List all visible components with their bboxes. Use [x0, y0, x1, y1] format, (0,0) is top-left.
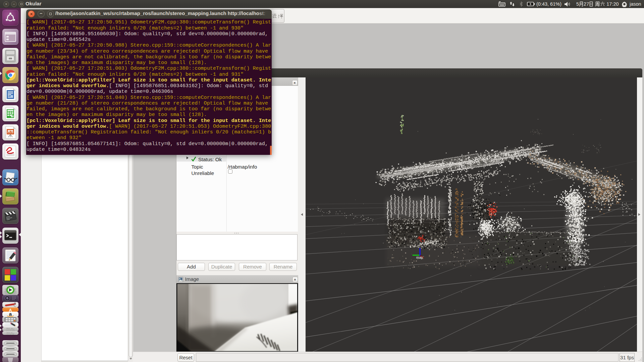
- svg-text:a: a: [9, 312, 12, 317]
- svg-text:RViz: RViz: [6, 332, 14, 335]
- svg-text:A: A: [9, 308, 12, 312]
- svg-text:map: map: [416, 255, 423, 259]
- svg-text:RViz: RViz: [6, 328, 15, 331]
